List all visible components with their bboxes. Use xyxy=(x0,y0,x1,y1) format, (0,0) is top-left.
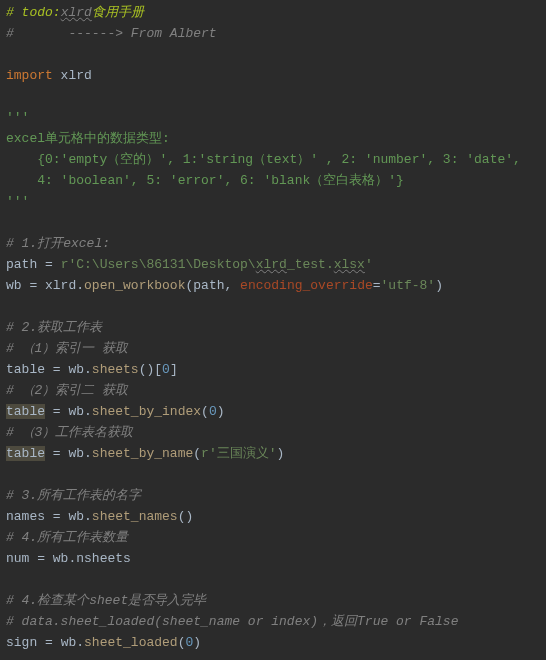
triple-quote: ''' xyxy=(6,194,29,209)
dot: . xyxy=(76,635,84,650)
blank-line xyxy=(6,86,540,107)
var-table-hl: table xyxy=(6,446,45,461)
func-call: sheet_names xyxy=(92,509,178,524)
comment: # （2）索引二 获取 xyxy=(6,383,128,398)
code-line: # 4.检查某个sheet是否导入完毕 xyxy=(6,590,540,611)
op-eq: = xyxy=(45,446,68,461)
comment: # （1）索引一 获取 xyxy=(6,341,128,356)
docstring-line: 4: 'boolean', 5: 'error', 6: 'blank（空白表格… xyxy=(6,170,540,191)
string: ' xyxy=(365,257,373,272)
code-line: names = wb.sheet_names() xyxy=(6,506,540,527)
blank-line xyxy=(6,569,540,590)
op-eq: = xyxy=(22,278,45,293)
comment: # 2.获取工作表 xyxy=(6,320,102,335)
brackets: ()[ xyxy=(139,362,162,377)
code-line: # （1）索引一 获取 xyxy=(6,338,540,359)
paren: ( xyxy=(201,404,209,419)
comment: # 4.所有工作表数量 xyxy=(6,530,128,545)
attr: nsheets xyxy=(76,551,131,566)
code-line: # todo:xlrd食用手册 xyxy=(6,2,540,23)
code-line: table = wb.sheets()[0] xyxy=(6,359,540,380)
var-wb: wb xyxy=(61,635,77,650)
var-wb: wb xyxy=(68,404,84,419)
op-eq: = xyxy=(45,509,68,524)
dot: . xyxy=(84,362,92,377)
code-editor[interactable]: # todo:xlrd食用手册 # ------> From Albert im… xyxy=(6,2,540,653)
comment: # 3.所有工作表的名字 xyxy=(6,488,141,503)
op-eq: = xyxy=(45,362,68,377)
var-wb: wb xyxy=(68,509,84,524)
paren: ) xyxy=(276,446,284,461)
func-call: sheet_loaded xyxy=(84,635,178,650)
number: 0 xyxy=(162,362,170,377)
docstring-line: {0:'empty（空的）', 1:'string（text）' , 2: 'n… xyxy=(6,149,540,170)
comment: # 4.检查某个sheet是否导入完毕 xyxy=(6,593,206,608)
code-line: # （3）工作表名获取 xyxy=(6,422,540,443)
arg: path xyxy=(193,278,224,293)
var-table-hl: table xyxy=(6,404,45,419)
var-names: names xyxy=(6,509,45,524)
paren: ( xyxy=(193,446,201,461)
op-eq: = xyxy=(29,551,52,566)
code-line: # data.sheet_loaded(sheet_name or index)… xyxy=(6,611,540,632)
triple-quote: ''' xyxy=(6,110,29,125)
code-line: # （2）索引二 获取 xyxy=(6,380,540,401)
code-line: # ------> From Albert xyxy=(6,23,540,44)
paren: ) xyxy=(435,278,443,293)
var-wb: wb xyxy=(68,446,84,461)
docstring: excel单元格中的数据类型: xyxy=(6,131,170,146)
warn-text: xlrd xyxy=(61,5,92,20)
var-sign: sign xyxy=(6,635,37,650)
code-line: table = wb.sheet_by_name(r'三国演义') xyxy=(6,443,540,464)
docstring: {0:'empty（空的）', 1:'string（text）' , 2: 'n… xyxy=(6,152,521,167)
docstring: 4: 'boolean', 5: 'error', 6: 'blank（空白表格… xyxy=(6,173,404,188)
var-path: path xyxy=(6,257,37,272)
bracket: ] xyxy=(170,362,178,377)
func-call: sheet_by_name xyxy=(92,446,193,461)
docstring-line: excel单元格中的数据类型: xyxy=(6,128,540,149)
module-ref: xlrd xyxy=(45,278,76,293)
number: 0 xyxy=(209,404,217,419)
comment: # data.sheet_loaded(sheet_name or index)… xyxy=(6,614,458,629)
blank-line xyxy=(6,44,540,65)
code-line: # 3.所有工作表的名字 xyxy=(6,485,540,506)
warn-text: xlrd xyxy=(256,257,287,272)
op-eq: = xyxy=(37,257,60,272)
var-num: num xyxy=(6,551,29,566)
paren: ) xyxy=(193,635,201,650)
code-line: ''' xyxy=(6,107,540,128)
code-line: # 2.获取工作表 xyxy=(6,317,540,338)
op-eq: = xyxy=(45,404,68,419)
comment: # ------> From Albert xyxy=(6,26,217,41)
comma: , xyxy=(225,278,241,293)
dot: . xyxy=(84,509,92,524)
kwarg: encoding_override xyxy=(240,278,373,293)
parens: () xyxy=(178,509,194,524)
blank-line xyxy=(6,296,540,317)
string: r'三国演义' xyxy=(201,446,276,461)
keyword-import: import xyxy=(6,68,61,83)
var-wb: wb xyxy=(68,362,84,377)
blank-line xyxy=(6,464,540,485)
string: _test. xyxy=(287,257,334,272)
comment-rest: 食用手册 xyxy=(92,5,144,20)
var-wb: wb xyxy=(53,551,69,566)
func-call: sheets xyxy=(92,362,139,377)
comment-hash: # xyxy=(6,5,22,20)
paren: ) xyxy=(217,404,225,419)
func-call: open_workbook xyxy=(84,278,185,293)
var-wb: wb xyxy=(6,278,22,293)
op-eq: = xyxy=(373,278,381,293)
code-line: # 4.所有工作表数量 xyxy=(6,527,540,548)
dot: . xyxy=(76,278,84,293)
todo-tag: todo: xyxy=(22,5,61,20)
dot: . xyxy=(84,446,92,461)
op-eq: = xyxy=(37,635,60,650)
string: 'utf-8' xyxy=(381,278,436,293)
code-line: path = r'C:\Users\86131\Desktop\xlrd_tes… xyxy=(6,254,540,275)
code-line: wb = xlrd.open_workbook(path, encoding_o… xyxy=(6,275,540,296)
code-line: # 1.打开excel: xyxy=(6,233,540,254)
code-line: num = wb.nsheets xyxy=(6,548,540,569)
code-line: sign = wb.sheet_loaded(0) xyxy=(6,632,540,653)
warn-text: xlsx xyxy=(334,257,365,272)
